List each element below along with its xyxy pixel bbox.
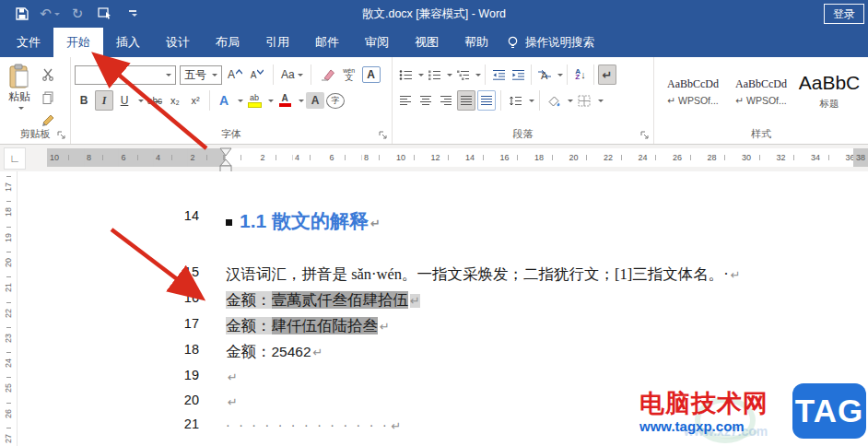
menu-tab-active[interactable]: 开始 [53, 28, 103, 57]
asian-layout-dropdown-icon[interactable] [557, 74, 563, 79]
paragraph-mark: ↵ [392, 419, 402, 433]
asian-layout-button[interactable]: A [535, 65, 554, 85]
style-card[interactable]: AaBbCcDd↵ WPSOf... [662, 65, 724, 118]
login-button[interactable]: 登录 [824, 4, 864, 24]
line-spacing-button[interactable] [506, 90, 524, 111]
phonetic-guide-button[interactable]: wén 文 [340, 65, 358, 85]
vruler-tick [6, 201, 11, 202]
menu-tab-item[interactable]: 视图 [402, 28, 452, 57]
watermark: www.xz7.com 电脑技术网 www.tagxp.com TAG [628, 381, 868, 446]
justify-button[interactable] [457, 90, 475, 111]
paragraph-mark: ↵ [228, 370, 238, 384]
numbering-dropdown-icon[interactable] [447, 74, 452, 79]
line-spacing-dropdown-icon[interactable] [529, 100, 534, 105]
ruler-number: 2 [257, 148, 267, 167]
copy-button[interactable] [39, 88, 57, 108]
doc-line-selected[interactable]: 17 金额：肆仟伍佰陆拾叁↵ [0, 316, 868, 340]
field-value: 壹萬贰仟叁佰肆拾伍 [272, 291, 409, 309]
group-label-paragraph: 段落 [393, 127, 653, 141]
line-number: 21 [173, 417, 199, 431]
ruler-number: 6 [326, 148, 336, 167]
font-size-value: 五号 [184, 67, 206, 83]
group-label-font: 字体 [71, 127, 392, 141]
watermark-badge: TAG [792, 383, 866, 439]
highlight-dropdown-icon[interactable] [268, 100, 274, 105]
font-name-combobox[interactable] [75, 65, 176, 85]
bullets-dropdown-icon[interactable] [418, 74, 424, 79]
dialog-launcher-icon[interactable] [57, 131, 66, 140]
font-size-combobox[interactable]: 五号 [180, 65, 222, 85]
ruler-number: 16 [497, 148, 511, 167]
amount-text: 金额：壹萬贰仟叁佰肆拾伍↵ [226, 290, 420, 311]
show-marks-button[interactable]: ↵ [598, 65, 616, 85]
menu-tab-item[interactable]: 审阅 [352, 28, 402, 57]
numbering-button[interactable] [425, 65, 443, 85]
tell-me-search[interactable]: 操作说明搜索 [501, 28, 594, 57]
menu-tab-item[interactable]: 布局 [203, 28, 252, 57]
paste-button[interactable]: 粘贴 [0, 57, 39, 131]
vruler-number: 17 [4, 181, 13, 194]
font-color-button[interactable]: A [276, 90, 294, 111]
character-border-button[interactable]: A [362, 66, 381, 83]
bold-button[interactable]: B [75, 90, 93, 111]
style-card[interactable]: AaBbC标题 [798, 65, 861, 118]
decrease-indent-button[interactable] [489, 65, 508, 85]
tab-stop-selector[interactable]: ∟ [4, 147, 26, 170]
enclose-characters-button[interactable]: 字 [326, 93, 345, 109]
shrink-font-button[interactable]: A [248, 65, 266, 85]
superscript-button[interactable]: x² [186, 90, 205, 111]
menu-tab-item[interactable]: 引用 [252, 28, 302, 57]
paragraph-mark: ↵ [731, 268, 741, 282]
align-center-button[interactable] [416, 90, 435, 111]
grow-font-button[interactable]: A [226, 65, 244, 85]
eraser-icon [320, 68, 334, 81]
italic-button[interactable]: I [95, 90, 113, 111]
paste-dropdown-icon[interactable] [18, 107, 24, 112]
paragraph-mark: ↵ [228, 395, 238, 409]
multilevel-list-button[interactable] [453, 65, 472, 85]
text-effects-button[interactable]: A [215, 90, 233, 111]
style-card[interactable]: AaBbCcDd↵ WPSOf... [730, 65, 792, 118]
font-color-dropdown-icon[interactable] [299, 100, 304, 105]
horizontal-ruler[interactable]: 1086422468101214161820222426283032343638 [51, 148, 868, 167]
align-right-button[interactable] [437, 90, 455, 111]
subscript-button[interactable]: x₂ [166, 90, 184, 111]
text-effects-dropdown-icon[interactable] [238, 100, 243, 105]
watermark-site-name: 电脑技术网 [639, 387, 768, 420]
dialog-launcher-icon[interactable] [379, 131, 388, 140]
increase-indent-button[interactable] [509, 65, 527, 85]
ruler-number: 4 [153, 148, 163, 167]
align-left-button[interactable] [396, 90, 415, 111]
change-case-button[interactable]: Aa [280, 65, 304, 85]
character-shading-button[interactable]: A [306, 92, 324, 109]
ruler-number: 26 [670, 148, 685, 167]
document-canvas[interactable]: 1718192021222324252627 14 1.1 散文的解释↵ 15 … [0, 171, 868, 446]
menu-tab-item[interactable]: 插入 [103, 28, 153, 57]
doc-line-selected[interactable]: 16 金额：壹萬贰仟叁佰肆拾伍↵ [0, 290, 868, 314]
ruler-number: 8 [361, 148, 371, 167]
menu-tab-item[interactable]: 设计 [153, 28, 203, 57]
menu-tab-item[interactable]: 帮助 [452, 28, 501, 57]
menu-tab-item[interactable]: 文件 [4, 28, 53, 57]
clipboard-icon [8, 64, 30, 89]
sort-button[interactable]: AZ ↓ [571, 65, 590, 85]
shading-button[interactable] [545, 90, 563, 111]
bullets-button[interactable] [396, 65, 415, 85]
shading-dropdown-icon[interactable] [568, 100, 573, 105]
distribute-button[interactable] [477, 90, 496, 111]
borders-dropdown-icon[interactable] [598, 100, 604, 105]
underline-dropdown-icon[interactable] [138, 100, 144, 105]
cut-button[interactable] [39, 65, 57, 85]
menu-tab-item[interactable]: 邮件 [302, 28, 352, 57]
strikethrough-button[interactable]: abc [146, 90, 164, 111]
dialog-launcher-icon[interactable] [640, 131, 650, 140]
multilevel-dropdown-icon[interactable] [475, 74, 481, 79]
vruler-tick [6, 176, 11, 177]
doc-line[interactable]: 18 金额：25462↵ [0, 342, 868, 366]
doc-line-heading[interactable]: 14 1.1 散文的解释↵ [0, 208, 868, 232]
doc-line[interactable]: 15 汉语词汇，拼音是 sǎn·wén。一指文采焕发；二指犹行文；[1]三指文体… [0, 264, 868, 288]
clear-formatting-button[interactable] [318, 65, 336, 85]
borders-button[interactable] [575, 90, 593, 111]
highlight-button[interactable]: ab [245, 90, 264, 111]
underline-button[interactable]: U [115, 90, 134, 111]
